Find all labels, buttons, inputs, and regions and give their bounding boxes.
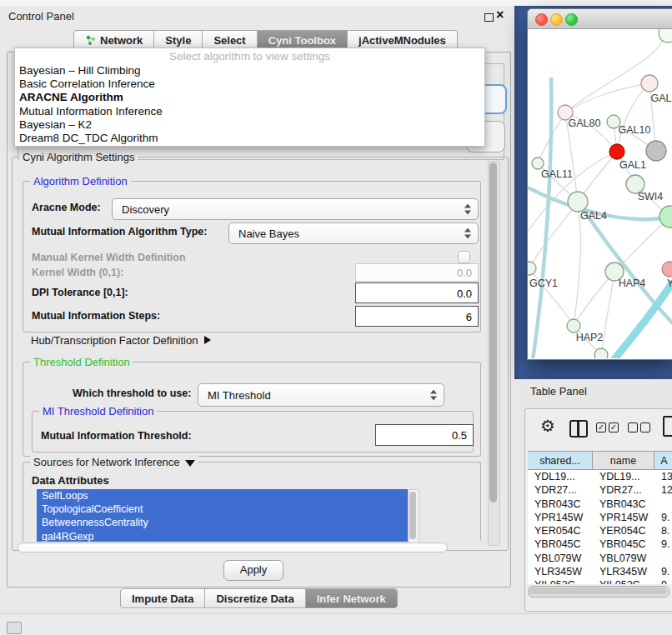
settings-hscrollbar[interactable]	[18, 542, 448, 552]
dropdown-item[interactable]: Mutual Information Inference	[15, 105, 484, 118]
network-node-pink-right[interactable]	[662, 262, 672, 277]
sources-legend[interactable]: Sources for Network Inference	[30, 456, 198, 468]
tab-style[interactable]: Style	[154, 31, 203, 49]
table-cell: YBR043C	[593, 498, 654, 511]
table-cell: YDL19...	[528, 470, 593, 483]
network-node-GCY1[interactable]	[528, 262, 536, 275]
zoom-traffic-light-icon[interactable]	[565, 13, 578, 26]
table-cell: YBR045C	[593, 538, 654, 551]
table-column-header[interactable]: shared...	[528, 452, 593, 469]
attribute-list-item[interactable]: SelfLoops	[37, 489, 408, 502]
dropdown-item[interactable]: ARACNE Algorithm	[15, 91, 484, 104]
attribute-list-item[interactable]: BetweennessCentrality	[37, 516, 408, 529]
table-row[interactable]: YBR043CYBR043C	[528, 498, 672, 511]
settings-scrollbar-track[interactable]	[488, 161, 500, 546]
table-row[interactable]: YIL052CYIL052C9.	[528, 578, 672, 584]
checked-box-icon[interactable]: ✓	[609, 422, 619, 432]
aracne-mode-select[interactable]: Discovery	[112, 198, 479, 220]
dropdown-item[interactable]: Bayesian – Hill Climbing	[15, 64, 484, 78]
unchecked-box-icon[interactable]	[640, 422, 650, 432]
table-row[interactable]: YBR045CYBR045C9.	[528, 538, 672, 551]
attributes-scrollbar-thumb[interactable]	[409, 492, 416, 539]
table-row[interactable]: YPR145WYPR145W9.	[528, 511, 672, 524]
panel-toggle-icon[interactable]	[7, 622, 22, 634]
mi-type-select[interactable]: Naive Bayes	[228, 222, 479, 244]
network-edge[interactable]	[574, 272, 614, 326]
table-row[interactable]: YDL19...YDL19...13	[528, 470, 672, 483]
network-edge[interactable]	[529, 202, 578, 268]
dropdown-item[interactable]: Basic Correlation Inference	[15, 78, 484, 91]
network-edge[interactable]	[601, 272, 614, 355]
network-view-window[interactable]: GALGAL80GAL10GAL1GAL11SWI4GAL4GCY1HAP4YH…	[527, 8, 672, 360]
table-cell: 12	[654, 483, 672, 497]
network-node-gray-node[interactable]	[646, 141, 666, 161]
unchecked-box-icon[interactable]	[628, 422, 638, 432]
bottom-tab-impute-data[interactable]: Impute Data	[121, 589, 205, 608]
table-column-header[interactable]: name	[593, 452, 654, 469]
tab-cyni-toolbox[interactable]: Cyni Toolbox	[258, 31, 348, 49]
node-label-hap2: HAP2	[576, 332, 604, 343]
columns-icon[interactable]	[569, 420, 588, 438]
close-icon[interactable]: ×	[496, 8, 504, 22]
table-cell: 9.	[654, 538, 672, 551]
which-threshold-select[interactable]: MI Threshold	[198, 383, 444, 407]
network-edge[interactable]	[533, 78, 551, 358]
network-node-bottom-partial[interactable]	[594, 348, 608, 358]
window-titlebar[interactable]	[528, 9, 672, 29]
close-traffic-light-icon[interactable]	[535, 13, 548, 26]
bottom-tab-discretize-data[interactable]: Discretize Data	[205, 589, 305, 608]
network-node-red-node[interactable]	[609, 144, 624, 159]
network-node-GAL11[interactable]	[532, 158, 544, 169]
network-edge[interactable]	[614, 282, 672, 358]
table-hscrollbar[interactable]	[528, 586, 669, 598]
network-canvas[interactable]: GALGAL80GAL10GAL1GAL11SWI4GAL4GCY1HAP4YH…	[528, 29, 672, 358]
node-attribute-table[interactable]: shared...nameA YDL19...YDL19...13YDR27..…	[528, 451, 672, 584]
table-row[interactable]: YDR27...YDR27...12	[528, 483, 672, 497]
tab-select[interactable]: Select	[203, 31, 257, 49]
gear-icon[interactable]: ⚙	[540, 418, 555, 434]
attribute-list-item[interactable]: TopologicalCoefficient	[37, 502, 408, 516]
tab-network[interactable]: Network	[74, 31, 154, 49]
table-row[interactable]: YLR345WYLR345W9.	[528, 565, 672, 578]
table-cell: YDR27...	[593, 483, 654, 497]
mi-steps-field[interactable]: 6	[355, 306, 479, 327]
apply-button[interactable]: Apply	[223, 560, 283, 581]
table-cell: YBR045C	[528, 538, 593, 551]
data-attributes-list[interactable]: SelfLoopsTopologicalCoefficientBetweenne…	[37, 489, 408, 542]
dropdown-item[interactable]: Bayesian – K2	[15, 118, 484, 132]
bottom-tab-infer-network[interactable]: Infer Network	[306, 589, 397, 608]
minimize-traffic-light-icon[interactable]	[550, 13, 563, 26]
dropdown-item[interactable]: Dream8 DC_TDC Algorithm	[15, 132, 484, 145]
dpi-tolerance-label: DPI Tolerance [0,1]:	[32, 287, 128, 298]
network-node-HAP2[interactable]	[567, 319, 580, 332]
mi-threshold-field[interactable]: 0.5	[375, 424, 474, 446]
table-cell: YLR345W	[528, 565, 593, 578]
settings-scrollbar-thumb[interactable]	[489, 162, 497, 502]
mi-steps-label: Mutual Information Steps:	[32, 310, 160, 322]
table-cell: YDR27...	[528, 483, 593, 497]
hub-expander[interactable]: Hub/Transcription Factor Definition	[31, 334, 211, 347]
table-hscrollbar-thumb[interactable]	[529, 588, 666, 594]
network-node-pink-top[interactable]	[641, 75, 658, 92]
network-node-top-partial[interactable]	[659, 29, 672, 42]
table-cell: YIL052C	[593, 578, 654, 584]
float-window-icon[interactable]	[484, 13, 494, 22]
manual-kernel-checkbox[interactable]	[458, 251, 470, 263]
table-row[interactable]: YBL079WYBL079W	[528, 552, 672, 565]
table-cell: YDL19...	[593, 470, 654, 483]
network-edge[interactable]	[617, 83, 649, 152]
status-strip	[0, 613, 672, 635]
dpi-tolerance-field[interactable]: 0.0	[355, 282, 479, 303]
table-column-header[interactable]: A	[654, 452, 672, 469]
node-label-hap4: HAP4	[619, 278, 646, 289]
table-row[interactable]: YER054CYER054C8.	[528, 524, 672, 538]
kernel-width-field[interactable]: 0.0	[355, 263, 479, 282]
table-cell: 8.	[654, 524, 672, 538]
attributes-scrollbar[interactable]	[408, 489, 419, 543]
network-icon	[85, 35, 96, 46]
export-table-icon[interactable]	[663, 416, 672, 437]
tab-jactivemnodules[interactable]: jActiveMNodules	[348, 31, 457, 49]
network-node-GAL4[interactable]	[568, 192, 588, 212]
attribute-list-item[interactable]: gal4RGexp	[37, 530, 408, 542]
checked-box-icon[interactable]: ✓	[596, 422, 606, 432]
